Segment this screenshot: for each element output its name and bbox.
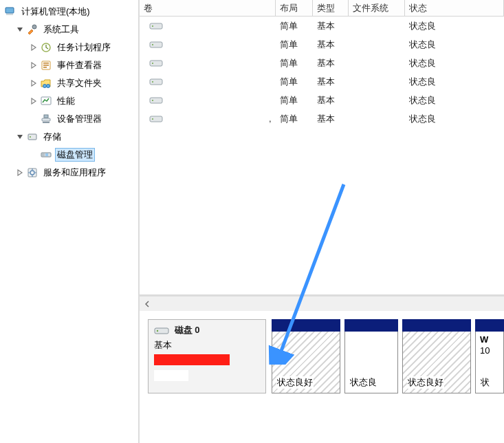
volume-row[interactable]: 简单基本状态良 (140, 54, 504, 72)
tree-disk-management[interactable]: 磁盘管理 (1, 146, 138, 164)
drive-icon (154, 325, 169, 336)
partition[interactable]: W10状 (475, 319, 504, 393)
tree-task-scheduler-label: 任务计划程序 (55, 41, 113, 54)
cell-type: 基本 (313, 94, 349, 107)
shared-folder-icon (40, 77, 52, 89)
partition-body: W10状 (475, 332, 504, 393)
svg-point-8 (43, 85, 47, 88)
cell-volume (140, 114, 276, 124)
column-header-volume[interactable]: 卷 (140, 0, 276, 16)
volume-row[interactable]: 简单基本状态良 (140, 91, 504, 109)
cell-type: 基本 (313, 39, 349, 51)
tree-root[interactable]: 计算机管理(本地) (1, 3, 138, 21)
scroll-track[interactable] (153, 296, 504, 311)
partition-status-label: 状态良 (349, 376, 377, 389)
cell-type: 基本 (313, 76, 349, 88)
svg-rect-31 (150, 116, 162, 122)
collapse-icon[interactable] (15, 25, 25, 34)
collapse-icon[interactable] (15, 132, 25, 142)
scroll-left-icon[interactable] (141, 298, 153, 310)
partition[interactable]: 状态良好 (402, 319, 471, 393)
tree-performance[interactable]: 性能 (1, 92, 138, 110)
svg-point-28 (152, 81, 153, 83)
right-pane: 卷 布局 类型 文件系统 状态 简单基本状态良简单基本状态良简单基本状态良简单基… (140, 0, 504, 443)
tree-storage[interactable]: 存储 (1, 128, 138, 146)
disk-info-box[interactable]: 磁盘 0 基本 (148, 319, 266, 393)
cell-status: 状态良 (405, 57, 504, 69)
tree-event-viewer[interactable]: 事件查看器 (1, 56, 138, 74)
cell-layout: 简单 (276, 57, 313, 69)
svg-point-34 (157, 329, 158, 331)
partition-body: 状态良 (344, 332, 398, 393)
volume-row[interactable]: 简单基本状态良 (140, 35, 504, 54)
tree-root-label: 计算机管理(本地) (19, 5, 92, 19)
disk-graphical-panel: 磁盘 0 基本 状态良好状态良状态良好W10状 (140, 311, 504, 443)
clock-icon (40, 41, 52, 54)
computer-mgmt-icon (4, 6, 17, 18)
tree-disk-management-label: 磁盘管理 (55, 148, 95, 162)
column-header-layout[interactable]: 布局 (276, 0, 313, 16)
tree-shared-folders-label: 共享文件夹 (55, 76, 104, 90)
svg-rect-12 (44, 115, 48, 118)
column-header-status[interactable]: 状态 (405, 0, 504, 16)
disk-management-icon (40, 149, 52, 161)
cell-status: 状态良 (405, 39, 504, 51)
partition-header (344, 319, 398, 332)
tree-services-apps[interactable]: 服务和应用程序 (1, 164, 138, 182)
svg-rect-0 (6, 8, 14, 13)
tree-system-tools-label: 系统工具 (41, 23, 81, 36)
cell-type: 基本 (313, 113, 349, 125)
partition-strip: 状态良好状态良状态良好W10状 (266, 319, 504, 393)
cell-volume (140, 21, 276, 31)
expand-icon[interactable] (29, 61, 39, 70)
partition[interactable]: 状态良 (344, 319, 398, 393)
volume-header-row: 卷 布局 类型 文件系统 状态 (140, 0, 504, 17)
partition-status-label: 状态良好 (407, 376, 444, 389)
svg-rect-25 (150, 61, 162, 66)
partition[interactable]: 状态良好 (272, 319, 340, 393)
expand-icon[interactable] (29, 43, 39, 52)
expand-icon[interactable] (29, 96, 39, 106)
partition-body: 状态良好 (402, 332, 471, 393)
column-header-type[interactable]: 类型 (313, 0, 349, 16)
svg-point-32 (152, 118, 153, 120)
tree-system-tools[interactable]: 系统工具 (1, 21, 138, 39)
svg-rect-13 (43, 122, 50, 123)
svg-point-24 (152, 44, 153, 45)
svg-point-15 (30, 136, 31, 138)
partition-status-label: 状态良好 (276, 376, 314, 389)
tree-event-viewer-label: 事件查看器 (55, 58, 104, 72)
tree-device-manager[interactable]: 设备管理器 (1, 110, 138, 128)
expand-icon[interactable] (15, 168, 25, 177)
volume-row[interactable]: 简单基本状态良 (140, 17, 504, 35)
disk-type: 基本 (154, 339, 260, 352)
drive-icon (149, 96, 163, 105)
cell-volume (140, 58, 276, 68)
svg-rect-5 (43, 63, 49, 64)
partition-header (272, 319, 340, 332)
tree-task-scheduler[interactable]: 任务计划程序 (1, 39, 138, 56)
drive-icon (149, 114, 163, 124)
volume-row[interactable]: 简单基本状态良 (140, 72, 504, 91)
svg-rect-6 (43, 65, 49, 66)
svg-point-2 (32, 25, 36, 29)
tree-shared-folders[interactable]: 共享文件夹 (1, 74, 138, 92)
cell-layout: 简单 (276, 76, 313, 88)
horizontal-scrollbar[interactable] (140, 296, 504, 311)
cell-status: 状态良 (405, 20, 504, 32)
tree-device-manager-label: 设备管理器 (55, 112, 104, 126)
redacted-capacity (154, 354, 230, 365)
svg-rect-21 (150, 23, 162, 29)
cell-status: 状态良 (405, 113, 504, 125)
event-log-icon (40, 59, 52, 72)
volume-rows: 简单基本状态良简单基本状态良简单基本状态良简单基本状态良简单基本状态良,简单基本… (140, 17, 504, 128)
volume-list: 卷 布局 类型 文件系统 状态 简单基本状态良简单基本状态良简单基本状态良简单基… (140, 0, 504, 296)
cell-type: 基本 (313, 20, 349, 32)
expand-icon[interactable] (29, 78, 39, 88)
volume-row[interactable]: ,简单基本状态良 (140, 109, 504, 128)
cell-volume (140, 77, 276, 87)
column-header-filesystem[interactable]: 文件系统 (349, 0, 405, 16)
svg-rect-7 (43, 67, 47, 68)
tree-services-apps-label: 服务和应用程序 (41, 166, 108, 180)
svg-rect-11 (42, 118, 50, 121)
